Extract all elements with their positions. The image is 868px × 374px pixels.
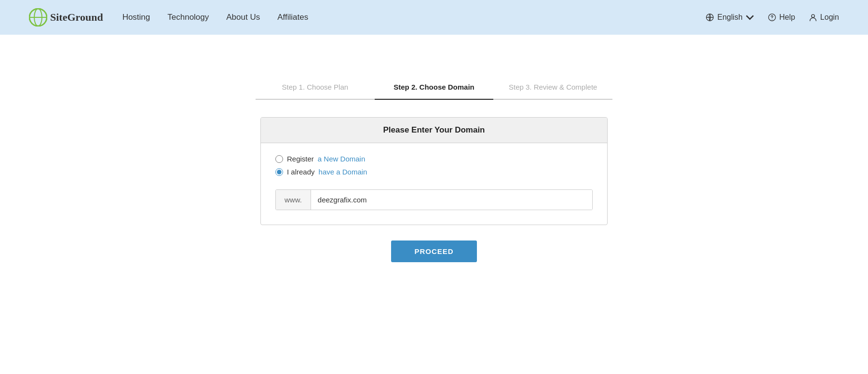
step-3[interactable]: Step 3. Review & Complete [493,83,612,100]
domain-options: Register a New Domain I already have a D… [275,155,593,176]
svg-point-5 [812,14,814,17]
language-label: English [717,13,742,22]
login-link[interactable]: Login [809,13,839,22]
domain-card-body: Register a New Domain I already have a D… [261,143,607,225]
www-prefix: www. [276,190,311,210]
nav-right: English Help Login [705,13,839,22]
www-label: www. [285,196,302,204]
nav-affiliates[interactable]: Affiliates [277,13,308,22]
radio-existing-domain[interactable] [275,168,283,176]
domain-card: Please Enter Your Domain Register a New … [260,117,608,225]
already-prefix: I already [287,168,315,176]
nav-links: Hosting Technology About Us Affiliates [122,13,706,22]
option-existing-domain[interactable]: I already have a Domain [275,168,593,176]
domain-card-header: Please Enter Your Domain [261,118,607,143]
language-selector[interactable]: English [705,13,754,22]
svg-point-4 [772,19,772,19]
step-1[interactable]: Step 1. Choose Plan [256,83,375,100]
chevron-down-icon [746,13,754,22]
language-icon [705,13,714,22]
step-1-label: Step 1. Choose Plan [282,83,349,95]
help-icon [768,13,776,22]
new-domain-link[interactable]: a New Domain [318,155,365,163]
main-content: Step 1. Choose Plan Step 2. Choose Domai… [0,35,868,262]
nav-about-us[interactable]: About Us [226,13,260,22]
step-2-label: Step 2. Choose Domain [393,83,475,95]
help-label: Help [779,13,795,22]
nav-technology[interactable]: Technology [167,13,209,22]
logo-text: SiteGround [50,11,103,24]
proceed-button[interactable]: PROCEED [391,240,476,262]
step-3-label: Step 3. Review & Complete [509,83,597,95]
register-prefix: Register [287,155,314,163]
step-2[interactable]: Step 2. Choose Domain [375,83,494,100]
have-domain-link[interactable]: have a Domain [319,168,367,176]
domain-card-title: Please Enter Your Domain [383,125,485,134]
option-new-domain[interactable]: Register a New Domain [275,155,593,163]
login-label: Login [820,13,839,22]
help-link[interactable]: Help [768,13,795,22]
stepper: Step 1. Choose Plan Step 2. Choose Domai… [256,83,612,100]
logo-icon [29,8,47,27]
site-logo[interactable]: SiteGround [29,8,103,27]
domain-input-row: www. [275,189,593,210]
navbar: SiteGround Hosting Technology About Us A… [0,0,868,35]
domain-input[interactable] [311,190,592,210]
radio-new-domain[interactable] [275,155,283,163]
login-icon [809,13,817,22]
nav-hosting[interactable]: Hosting [122,13,150,22]
proceed-wrap: PROCEED [391,240,476,262]
